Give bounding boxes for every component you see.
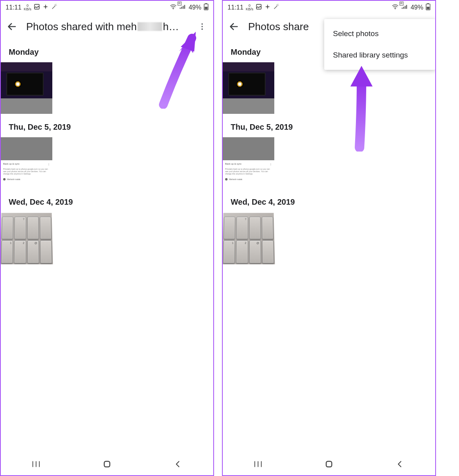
recents-icon bbox=[32, 460, 40, 468]
redacted-region bbox=[138, 22, 162, 31]
nav-back[interactable] bbox=[162, 456, 194, 472]
photo-thumbnail[interactable]: ? 12@ bbox=[222, 213, 275, 264]
nav-home[interactable] bbox=[313, 456, 345, 472]
menu-item-select-photos[interactable]: Select photos bbox=[324, 23, 435, 44]
more-options-button[interactable] bbox=[194, 19, 210, 35]
statusbar-netspeed: 0 KB/s bbox=[246, 4, 253, 11]
phone-screen-left: 11:11 0 KB/s R 49% bbox=[0, 0, 214, 476]
signal-icon: R bbox=[401, 4, 408, 11]
appbar: Photos shared with mehh… bbox=[1, 14, 213, 39]
signal-icon: R bbox=[179, 4, 186, 11]
section-header: Thu, Dec 5, 2019 bbox=[1, 114, 213, 137]
arrow-left-icon bbox=[229, 21, 239, 32]
pinwheel-icon bbox=[42, 4, 49, 12]
battery-pct: 49% bbox=[189, 4, 201, 11]
back-button[interactable] bbox=[4, 19, 20, 35]
nav-recents[interactable] bbox=[20, 456, 52, 472]
photo-thumbnail[interactable] bbox=[1, 62, 52, 114]
photo-thumbnail[interactable]: Back up & sync⋮ Privately back up to pho… bbox=[1, 137, 52, 189]
statusbar: 11:11 0 KB/s R 49% bbox=[223, 1, 435, 14]
svg-point-1 bbox=[173, 8, 174, 9]
home-icon bbox=[324, 459, 334, 469]
page-title: Photos shared with mehh… bbox=[26, 21, 188, 33]
nav-home[interactable] bbox=[91, 456, 123, 472]
svg-point-9 bbox=[201, 23, 203, 25]
statusbar-netspeed: 0 KB/s bbox=[24, 4, 31, 11]
phone-screen-right: 11:11 0 KB/s R 49% bbox=[222, 0, 436, 476]
section-header: Thu, Dec 5, 2019 bbox=[223, 114, 435, 137]
photo-thumbnail[interactable] bbox=[223, 62, 274, 114]
svg-rect-28 bbox=[326, 461, 332, 467]
svg-rect-19 bbox=[403, 7, 404, 9]
arrow-left-icon bbox=[7, 21, 17, 32]
photos-content: Monday Thu, Dec 5, 2019 Back up & sync⋮ … bbox=[1, 39, 213, 264]
nav-back[interactable] bbox=[384, 456, 416, 472]
more-vert-icon bbox=[198, 22, 207, 31]
battery-icon bbox=[204, 3, 208, 12]
svg-rect-24 bbox=[427, 7, 430, 10]
menu-item-shared-library-settings[interactable]: Shared library settings bbox=[324, 44, 435, 66]
statusbar-time: 11:11 bbox=[228, 4, 243, 11]
back-button[interactable] bbox=[226, 19, 242, 35]
nav-recents[interactable] bbox=[242, 456, 274, 472]
chevron-left-icon bbox=[396, 460, 404, 468]
svg-point-10 bbox=[201, 26, 203, 27]
image-icon bbox=[256, 4, 262, 12]
svg-rect-21 bbox=[406, 5, 407, 9]
image-icon bbox=[34, 4, 40, 12]
section-header: Wed, Dec 4, 2019 bbox=[223, 189, 435, 212]
svg-rect-2 bbox=[180, 8, 180, 9]
svg-rect-5 bbox=[184, 5, 185, 9]
chevron-left-icon bbox=[174, 460, 182, 468]
wand-icon bbox=[51, 4, 57, 12]
overflow-menu: Select photos Shared library settings bbox=[324, 19, 435, 70]
svg-rect-18 bbox=[402, 8, 402, 9]
pinwheel-icon bbox=[264, 4, 271, 12]
svg-rect-20 bbox=[405, 6, 405, 9]
svg-rect-4 bbox=[183, 6, 184, 9]
svg-rect-23 bbox=[427, 3, 429, 4]
photo-thumbnail[interactable]: ? 12@ bbox=[0, 213, 53, 264]
battery-icon bbox=[426, 3, 430, 12]
battery-pct: 49% bbox=[411, 4, 423, 11]
wand-icon bbox=[273, 4, 279, 12]
svg-point-17 bbox=[395, 8, 396, 9]
svg-point-11 bbox=[201, 29, 203, 30]
statusbar-time: 11:11 bbox=[6, 4, 21, 11]
svg-rect-15 bbox=[104, 461, 110, 467]
statusbar: 11:11 0 KB/s R 49% bbox=[1, 1, 213, 14]
svg-rect-3 bbox=[181, 7, 182, 9]
svg-rect-7 bbox=[205, 3, 207, 4]
wifi-icon bbox=[170, 4, 177, 11]
section-header: Monday bbox=[1, 39, 213, 62]
photo-thumbnail[interactable]: Back up & sync⋮ Privately back up to pho… bbox=[223, 137, 274, 189]
navigation-bar bbox=[1, 453, 213, 475]
svg-rect-8 bbox=[205, 7, 208, 10]
navigation-bar bbox=[223, 453, 435, 475]
section-header: Wed, Dec 4, 2019 bbox=[1, 189, 213, 212]
home-icon bbox=[102, 459, 112, 469]
wifi-icon bbox=[392, 4, 399, 11]
photos-content: Monday Thu, Dec 5, 2019 Back up & sync⋮ … bbox=[223, 39, 435, 264]
recents-icon bbox=[254, 460, 262, 468]
